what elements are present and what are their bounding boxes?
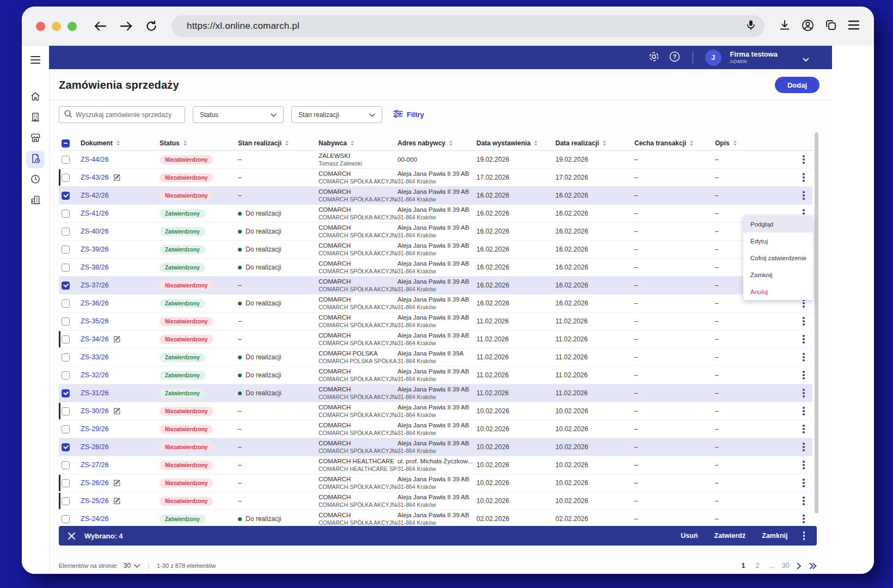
microphone-icon[interactable] — [746, 20, 756, 33]
document-link[interactable]: ZS-44/26 — [81, 156, 108, 163]
page-number[interactable]: 1 — [739, 562, 748, 569]
comarch-apps-icon[interactable] — [648, 51, 660, 65]
document-link[interactable]: ZS-35/26 — [81, 317, 108, 325]
chevron-down-icon[interactable] — [803, 54, 809, 64]
row-menu-button[interactable] — [799, 440, 808, 454]
page-number[interactable]: 2 — [753, 562, 762, 569]
sidebar-item-history[interactable] — [26, 171, 45, 189]
reload-icon[interactable] — [145, 20, 157, 32]
close-icon[interactable] — [68, 532, 76, 540]
document-link[interactable]: ZS-34/26 — [81, 335, 108, 343]
sort-icon[interactable] — [285, 140, 289, 146]
browser-menu-icon[interactable] — [848, 20, 860, 32]
page-number[interactable]: 30 — [781, 562, 790, 569]
column-status[interactable]: Status — [160, 139, 180, 147]
column-nabywca[interactable]: Nabywca — [319, 139, 347, 147]
document-link[interactable]: ZS-39/26 — [81, 246, 108, 253]
per-page-chevron-icon[interactable] — [134, 564, 140, 568]
sort-icon[interactable] — [603, 140, 606, 146]
row-checkbox[interactable] — [62, 371, 70, 379]
document-link[interactable]: ZS-28/26 — [81, 443, 108, 451]
table-row[interactable]: ZS-30/26 Niezatwierdzony – COMARCHCOMARC… — [59, 402, 812, 420]
filters-link[interactable]: Filtry — [393, 110, 424, 119]
document-link[interactable]: ZS-42/26 — [81, 192, 108, 199]
document-link[interactable]: ZS-40/26 — [81, 228, 108, 235]
row-menu-button[interactable] — [799, 405, 808, 418]
row-checkbox[interactable] — [62, 515, 70, 523]
row-checkbox[interactable] — [62, 335, 70, 344]
column-stan-realizacji[interactable]: Stan realizacji — [238, 139, 282, 147]
table-row[interactable]: ZS-38/26 Zatwierdzony Do realizacji COMA… — [59, 259, 812, 277]
sidebar-item-company[interactable] — [26, 109, 45, 127]
row-menu-button[interactable] — [799, 153, 808, 166]
document-link[interactable]: ZS-32/26 — [81, 371, 108, 379]
downloads-icon[interactable] — [779, 19, 791, 33]
column-data-wystawienia[interactable]: Data wystawienia — [476, 139, 530, 147]
selection-more-button[interactable] — [800, 529, 809, 542]
column-data-realizacji[interactable]: Data realizacji — [555, 139, 599, 147]
search-box[interactable] — [59, 106, 185, 123]
close-selected-button[interactable]: Zamknij — [762, 532, 787, 540]
user-avatar[interactable]: J — [705, 50, 721, 66]
row-checkbox[interactable] — [62, 210, 70, 218]
row-checkbox[interactable] — [62, 317, 70, 326]
table-row[interactable]: ZS-29/26 Niezatwierdzony – COMARCHCOMARC… — [59, 420, 812, 438]
sidebar-item-sales-orders[interactable] — [26, 151, 45, 168]
context-menu-item[interactable]: Edytuj — [743, 232, 813, 249]
row-checkbox[interactable] — [62, 264, 70, 272]
row-checkbox[interactable] — [62, 156, 70, 164]
row-menu-button[interactable] — [799, 476, 808, 489]
document-link[interactable]: ZS-41/26 — [81, 210, 108, 217]
sort-icon[interactable] — [690, 140, 693, 146]
sidebar-item-reports[interactable] — [26, 192, 45, 210]
sidebar-menu-icon[interactable] — [30, 54, 40, 66]
document-link[interactable]: ZS-30/26 — [81, 407, 108, 415]
row-menu-button[interactable] — [799, 512, 808, 525]
row-checkbox[interactable] — [62, 461, 70, 469]
last-page-icon[interactable] — [809, 562, 817, 569]
context-menu-item[interactable]: Anuluj — [743, 283, 813, 300]
sort-icon[interactable] — [351, 140, 354, 146]
document-link[interactable]: ZS-36/26 — [81, 299, 108, 307]
row-menu-button[interactable] — [799, 369, 808, 382]
sort-icon[interactable] — [534, 140, 537, 146]
row-menu-button[interactable] — [799, 387, 808, 400]
table-row[interactable]: ZS-41/26 Zatwierdzony Do realizacji COMA… — [59, 205, 812, 223]
table-row[interactable]: ZS-32/26 Zatwierdzony Do realizacji COMA… — [59, 366, 812, 384]
approve-selected-button[interactable]: Zatwierdź — [714, 532, 746, 540]
realization-dropdown[interactable]: Stan realizacji — [291, 106, 382, 123]
row-menu-button[interactable] — [799, 351, 808, 364]
document-link[interactable]: ZS-26/26 — [81, 479, 108, 487]
table-row[interactable]: ZS-36/26 Zatwierdzony Do realizacji COMA… — [59, 295, 812, 313]
maximize-window-button[interactable] — [68, 22, 77, 31]
document-link[interactable]: ZS-43/26 — [81, 174, 108, 181]
table-row[interactable]: ZS-35/26 Niezatwierdzony – COMARCHCOMARC… — [59, 313, 812, 330]
table-row[interactable]: ZS-31/26 Zatwierdzony Do realizacji COMA… — [59, 384, 812, 402]
search-input[interactable] — [76, 111, 180, 119]
context-menu-item[interactable]: Podgląd — [743, 216, 813, 232]
forward-icon[interactable] — [119, 20, 133, 32]
table-row[interactable]: ZS-44/26 Niezatwierdzony – ZALEWSKITomas… — [59, 151, 812, 169]
row-checkbox[interactable] — [62, 281, 70, 290]
row-checkbox[interactable] — [62, 389, 70, 397]
document-link[interactable]: ZS-25/26 — [81, 497, 108, 505]
table-row[interactable]: ZS-37/26 Niezatwierdzony – COMARCHCOMARC… — [59, 277, 812, 295]
delete-selected-button[interactable]: Usuń — [681, 532, 698, 540]
back-icon[interactable] — [93, 20, 107, 32]
address-bar[interactable]: https://xl.online.comarch.pl — [172, 15, 764, 37]
row-checkbox[interactable] — [62, 299, 70, 308]
row-checkbox[interactable] — [62, 479, 70, 487]
profile-icon[interactable] — [802, 19, 814, 34]
vertical-scrollbar[interactable] — [815, 132, 818, 513]
row-checkbox[interactable] — [62, 228, 70, 236]
column-opis[interactable]: Opis — [715, 139, 730, 147]
sort-icon[interactable] — [117, 140, 120, 146]
row-checkbox[interactable] — [62, 246, 70, 254]
tabs-icon[interactable] — [825, 19, 837, 33]
context-menu-item[interactable]: Zamknij — [743, 266, 813, 283]
row-checkbox[interactable] — [62, 353, 70, 362]
row-checkbox[interactable] — [62, 174, 70, 182]
row-menu-button[interactable] — [799, 333, 808, 346]
table-row[interactable]: ZS-28/26 Niezatwierdzony – COMARCHCOMARC… — [59, 438, 812, 456]
sort-icon[interactable] — [733, 140, 737, 146]
